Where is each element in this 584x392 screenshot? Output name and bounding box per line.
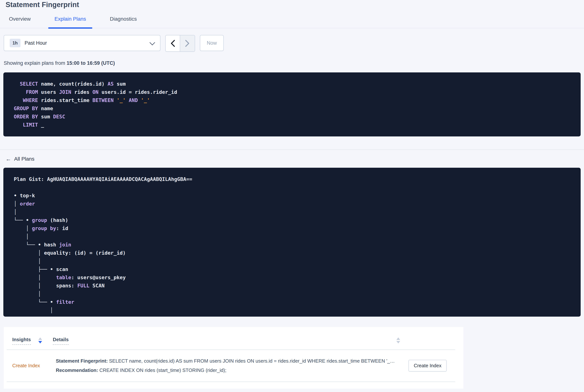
tab-overview-label: Overview <box>9 16 31 22</box>
now-button[interactable]: Now <box>200 35 224 51</box>
time-range-selected: Past Hour <box>24 40 47 46</box>
card-bottom-spacer <box>4 382 463 389</box>
sort-down-arrow <box>38 341 42 344</box>
recommendation-line: Recommendation: CREATE INDEX ON rides (s… <box>56 366 401 375</box>
tab-overview[interactable]: Overview <box>2 9 37 28</box>
showing-plans-caption: Showing explain plans from 15:00 to 16:5… <box>4 60 584 66</box>
tab-explain-plans[interactable]: Explain Plans <box>48 9 92 28</box>
next-interval-button[interactable] <box>180 35 195 51</box>
sort-up-arrow <box>396 338 400 340</box>
time-range-badge: 1h <box>10 39 20 47</box>
recommendation-label: Recommendation: <box>56 368 98 373</box>
insight-type-link[interactable]: Create Index <box>12 363 40 368</box>
details-cell: Statement Fingerprint: SELECT name, coun… <box>56 356 401 375</box>
chevron-down-icon <box>149 40 155 45</box>
time-range-dropdown[interactable]: 1h Past Hour <box>4 35 160 51</box>
sql-statement-text: SELECT name, count(rides.id) AS sum FROM… <box>14 80 573 129</box>
sort-up-arrow <box>38 338 42 340</box>
all-plans-label: All Plans <box>14 156 34 162</box>
caption-prefix: Showing explain plans from <box>4 60 67 66</box>
action-cell: Create Index <box>409 360 447 372</box>
column-header-insights[interactable]: Insights <box>12 337 31 345</box>
sort-icon-insights[interactable] <box>38 338 42 344</box>
column-header-details[interactable]: Details <box>53 337 69 345</box>
chevron-left-icon <box>170 40 175 47</box>
sort-icon-details[interactable] <box>396 338 400 344</box>
sort-down-arrow <box>396 341 400 344</box>
recommendation-value: CREATE INDEX ON rides (start_time) STORI… <box>98 368 226 373</box>
plan-gist-tree: Plan Gist: AgHUAQIABQAAAAHYAQIAiAEAAAADC… <box>14 175 573 314</box>
caption-time-range: 15:00 to 16:59 (UTC) <box>67 60 115 66</box>
insight-cell: Create Index <box>12 363 56 368</box>
time-controls: 1h Past Hour Now <box>4 35 584 52</box>
insights-table-header: Insights Details <box>4 337 463 345</box>
time-step-buttons <box>165 35 195 52</box>
plan-gist-panel: Plan Gist: AgHUAQIABQAAAAHYAQIAiAEAAAADC… <box>3 168 581 316</box>
create-index-button[interactable]: Create Index <box>409 360 447 372</box>
arrow-left-icon: ← <box>5 156 11 162</box>
all-plans-back-link[interactable]: ← All Plans <box>5 156 34 162</box>
statement-fingerprint-label: Statement Fingerprint: <box>56 358 108 364</box>
table-row: Create Index Statement Fingerprint: SELE… <box>4 350 463 375</box>
tab-explain-plans-label: Explain Plans <box>54 16 86 22</box>
statement-fingerprint-value: SELECT name, count(rides.id) AS sum FROM… <box>108 358 395 364</box>
tab-diagnostics-label: Diagnostics <box>110 16 137 22</box>
tab-bar: Overview Explain Plans Diagnostics <box>0 9 584 28</box>
tab-diagnostics[interactable]: Diagnostics <box>103 9 143 28</box>
chevron-right-icon <box>185 40 190 47</box>
page-title: Statement Fingerprint <box>5 0 584 9</box>
insights-table-card: Insights Details Create Index Statement … <box>4 327 463 389</box>
previous-interval-button[interactable] <box>166 35 180 51</box>
sql-statement-panel: SELECT name, count(rides.id) AS sum FROM… <box>3 72 581 136</box>
section-divider <box>0 150 584 150</box>
now-button-label: Now <box>207 40 217 46</box>
statement-fingerprint-line: Statement Fingerprint: SELECT name, coun… <box>56 356 401 366</box>
